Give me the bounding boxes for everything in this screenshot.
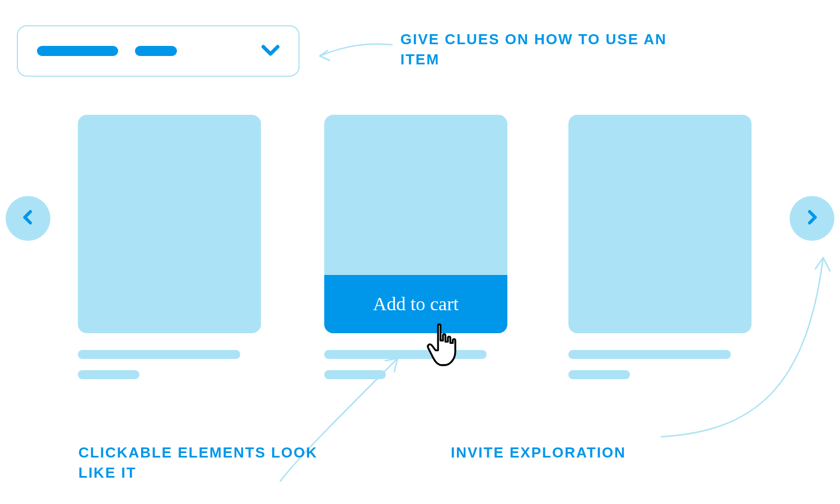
chevron-right-icon: [802, 208, 822, 229]
annotation-clue: GIVE CLUES ON HOW TO USE AN ITEM: [400, 29, 680, 70]
annotation-invite: INVITE EXPLORATION: [451, 442, 731, 463]
dropdown-control[interactable]: [17, 25, 300, 77]
product-card[interactable]: [568, 115, 752, 379]
add-to-cart-label: Add to cart: [373, 293, 459, 315]
product-image-placeholder: [78, 115, 261, 333]
carousel-prev-button[interactable]: [6, 196, 50, 241]
add-to-cart-button[interactable]: Add to cart: [324, 275, 507, 333]
placeholder-line: [78, 370, 139, 379]
placeholder-line: [568, 350, 731, 359]
placeholder-line: [568, 370, 630, 379]
product-card[interactable]: Add to cart: [324, 115, 507, 379]
dropdown-content-placeholder: [37, 46, 177, 56]
chevron-down-icon: [258, 38, 283, 64]
placeholder-line: [37, 46, 118, 56]
product-card[interactable]: [78, 115, 261, 379]
placeholder-line: [78, 350, 240, 359]
chevron-left-icon: [18, 208, 38, 229]
pointer-cursor-icon: [423, 322, 463, 371]
annotation-arrow: [311, 39, 395, 78]
placeholder-line: [324, 370, 386, 379]
placeholder-line: [135, 46, 177, 56]
product-image-placeholder: [568, 115, 752, 333]
product-image-placeholder: Add to cart: [324, 115, 507, 333]
carousel-next-button[interactable]: [790, 196, 834, 241]
annotation-clickable: CLICKABLE ELEMENTS LOOK LIKE IT: [78, 442, 358, 483]
